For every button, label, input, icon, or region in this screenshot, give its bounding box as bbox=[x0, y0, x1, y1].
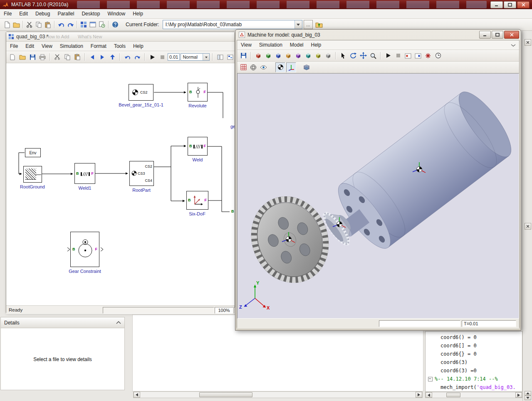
model-copy-icon[interactable] bbox=[63, 52, 72, 62]
display-mode-6-icon[interactable] bbox=[304, 51, 313, 60]
history-item[interactable]: mech_import('quad_big_03. bbox=[426, 383, 522, 391]
display-mode-3-icon[interactable] bbox=[274, 51, 283, 60]
horizontal-scrollbar-history[interactable] bbox=[425, 392, 522, 398]
machine-minimize-button[interactable] bbox=[479, 31, 491, 39]
help-icon[interactable] bbox=[111, 20, 120, 29]
scrollbar-thumb[interactable] bbox=[446, 393, 460, 397]
simulation-mode-dropdown-icon[interactable] bbox=[203, 54, 209, 60]
model-undo-icon[interactable] bbox=[123, 52, 132, 62]
display-mode-5-icon[interactable] bbox=[294, 51, 303, 60]
display-mode-4-icon[interactable] bbox=[284, 51, 293, 60]
machine-menu-view[interactable]: View bbox=[237, 41, 255, 49]
simulation-mode-combobox[interactable]: Normal bbox=[181, 53, 210, 61]
start-simulation-icon[interactable] bbox=[148, 52, 157, 62]
scroll-right-icon[interactable] bbox=[515, 392, 522, 398]
zoom-icon[interactable] bbox=[369, 51, 378, 60]
model-open-icon[interactable] bbox=[18, 52, 27, 62]
horizontal-scrollbar-center[interactable] bbox=[133, 391, 423, 398]
model-paste-icon[interactable] bbox=[73, 52, 82, 62]
machine-settings-icon[interactable] bbox=[239, 63, 248, 72]
close-button[interactable] bbox=[517, 1, 530, 8]
block-root-ground[interactable] bbox=[23, 166, 42, 183]
scroll-up-icon[interactable] bbox=[525, 391, 531, 396]
model-menu-view[interactable]: View bbox=[38, 42, 56, 50]
machine-menu-simulation[interactable]: Simulation bbox=[255, 41, 286, 49]
menu-file[interactable]: File bbox=[0, 10, 15, 18]
simulink-icon[interactable] bbox=[79, 20, 88, 29]
display-mode-1-icon[interactable] bbox=[254, 51, 263, 60]
scroll-left-icon[interactable] bbox=[426, 392, 432, 398]
machine-close-button[interactable] bbox=[504, 31, 519, 39]
up-one-folder-icon[interactable] bbox=[314, 20, 324, 29]
close-panel-icon[interactable] bbox=[525, 39, 531, 46]
camera-view-1-icon[interactable] bbox=[403, 51, 413, 60]
collapse-tree-icon[interactable] bbox=[428, 377, 433, 381]
display-mode-8-icon[interactable] bbox=[324, 51, 333, 60]
menu-debug[interactable]: Debug bbox=[32, 10, 54, 18]
show-cs-axes-icon[interactable] bbox=[286, 62, 296, 72]
history-session-header[interactable]: %-- 14.12.10 7:14 --% bbox=[426, 375, 522, 383]
block-weld1[interactable]: B F bbox=[74, 163, 95, 184]
machine-3d-viewport[interactable]: Y X Z bbox=[237, 73, 519, 319]
model-browser-icon[interactable] bbox=[215, 52, 225, 62]
maximize-button[interactable] bbox=[504, 1, 516, 8]
model-menu-format[interactable]: Format bbox=[87, 42, 110, 50]
history-item[interactable]: coord6(3) =0 bbox=[426, 366, 522, 375]
model-cut-icon[interactable] bbox=[53, 52, 62, 62]
menu-window[interactable]: Window bbox=[104, 10, 129, 18]
close-panel-icon[interactable] bbox=[525, 223, 531, 230]
new-script-icon[interactable] bbox=[2, 20, 12, 29]
block-bevel-gear[interactable]: CS2 bbox=[129, 84, 153, 101]
block-revolute[interactable]: B F bbox=[188, 83, 208, 101]
layers-icon[interactable] bbox=[302, 63, 311, 72]
model-window-titlebar[interactable]: quad_big_03 * How to Add What's New bbox=[6, 32, 235, 42]
history-item[interactable]: coord6[] = 0 bbox=[426, 342, 522, 350]
stop-animation-icon[interactable] bbox=[393, 51, 403, 60]
machine-menu-model[interactable]: Model bbox=[286, 41, 307, 49]
history-item[interactable]: coord6(3) bbox=[426, 358, 522, 366]
combo-dropdown-icon[interactable] bbox=[294, 20, 302, 29]
menu-edit[interactable]: Edit bbox=[15, 10, 32, 18]
show-com-markers-icon[interactable] bbox=[275, 62, 285, 72]
minimize-button[interactable] bbox=[490, 1, 503, 8]
model-canvas[interactable]: CS2 Bevel_gear_15z_01-1 B F Revolute B F bbox=[6, 63, 235, 306]
library-browser-icon[interactable] bbox=[225, 52, 235, 62]
undo-icon[interactable] bbox=[57, 20, 66, 29]
scroll-left-icon[interactable] bbox=[134, 392, 140, 398]
current-folder-combobox[interactable]: I:\My proj\Matlab\Robot_03\matlab bbox=[163, 20, 302, 29]
collapse-chevron-icon[interactable] bbox=[116, 321, 121, 324]
navigate-forward-icon[interactable] bbox=[98, 52, 107, 62]
redo-icon[interactable] bbox=[66, 20, 75, 29]
camera-view-2-icon[interactable] bbox=[413, 51, 423, 60]
visibility-eye-icon[interactable] bbox=[259, 63, 268, 72]
machine-menu-help[interactable]: Help bbox=[307, 41, 325, 49]
model-menu-help[interactable]: Help bbox=[129, 42, 147, 50]
display-mode-2-icon[interactable] bbox=[264, 51, 273, 60]
display-mode-7-icon[interactable] bbox=[314, 51, 323, 60]
history-item[interactable]: coord6() = 0 bbox=[426, 333, 522, 342]
model-save-icon[interactable] bbox=[28, 52, 37, 62]
select-pointer-icon[interactable] bbox=[339, 51, 348, 60]
update-machine-icon[interactable] bbox=[423, 51, 433, 60]
main-titlebar[interactable]: MATLAB 7.10.0 (R2010a) bbox=[0, 0, 532, 9]
profiler-icon[interactable] bbox=[97, 20, 106, 29]
block-root-part[interactable]: CS2 CS3 CS4 bbox=[129, 161, 154, 186]
realtime-clock-icon[interactable] bbox=[433, 51, 443, 60]
model-redo-icon[interactable] bbox=[133, 52, 142, 62]
navigate-back-icon[interactable] bbox=[88, 52, 97, 62]
pan-icon[interactable] bbox=[359, 51, 368, 60]
stop-simulation-icon[interactable] bbox=[158, 52, 167, 62]
go-to-parent-icon[interactable] bbox=[108, 52, 117, 62]
guide-icon[interactable] bbox=[88, 20, 97, 29]
model-print-icon[interactable] bbox=[38, 52, 47, 62]
open-file-icon[interactable] bbox=[12, 20, 21, 29]
start-animation-icon[interactable] bbox=[384, 51, 393, 60]
block-machine-environment[interactable]: Env bbox=[25, 148, 41, 157]
model-menu-simulation[interactable]: Simulation bbox=[56, 42, 87, 50]
history-item[interactable]: coord6{} = 0 bbox=[426, 350, 522, 358]
scroll-right-icon[interactable] bbox=[416, 392, 422, 398]
scrollbar-thumb[interactable] bbox=[199, 392, 252, 397]
block-gear-constraint[interactable]: B F bbox=[70, 232, 99, 267]
details-header[interactable]: Details bbox=[1, 317, 124, 328]
model-new-icon[interactable] bbox=[8, 52, 17, 62]
